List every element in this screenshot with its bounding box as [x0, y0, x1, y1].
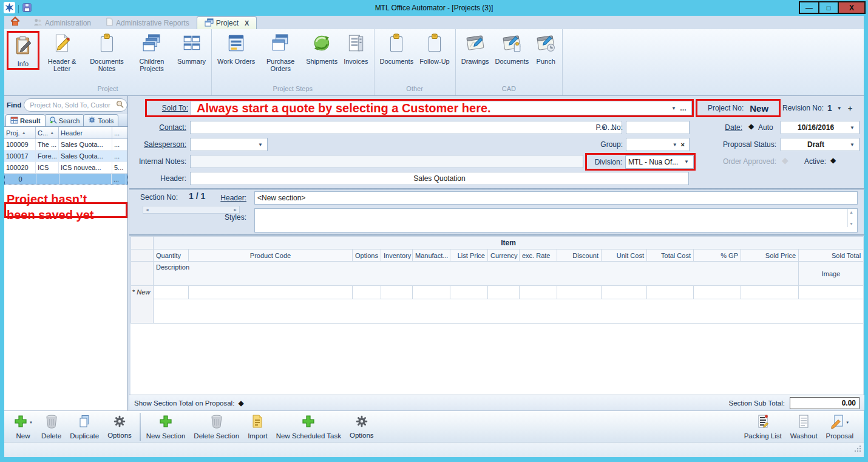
tab-administration[interactable]: Administration: [26, 16, 98, 29]
column-header-total-cost[interactable]: Total Cost: [647, 250, 694, 262]
scroll-right-icon[interactable]: ►: [233, 208, 237, 212]
section-options-button[interactable]: Options: [345, 413, 378, 440]
purchase-orders-button[interactable]: Purchase Orders: [258, 31, 303, 72]
column-header-list-price[interactable]: List Price: [450, 250, 488, 262]
result-row[interactable]: 100020 ICS ICS nouvea... 5...: [4, 162, 127, 174]
column-header-sold-price[interactable]: Sold Price: [741, 250, 799, 262]
grid-description-cell[interactable]: [154, 299, 864, 324]
tab-close-icon[interactable]: X: [245, 19, 249, 27]
spin-down-icon[interactable]: ▼: [849, 222, 853, 226]
proposal-status-select[interactable]: Draft ▼: [781, 138, 860, 151]
date-input[interactable]: 10/16/2016 ▼: [781, 121, 860, 134]
show-section-total-checkbox[interactable]: ◆: [238, 399, 243, 407]
delete-button[interactable]: Delete: [37, 413, 66, 441]
sold-to-input[interactable]: Always start a quote by selecting a Cust…: [191, 101, 692, 115]
contact-label[interactable]: Contact:: [129, 123, 186, 132]
contact-input[interactable]: ▼ …: [190, 121, 622, 134]
section-header-input[interactable]: <New section>: [254, 191, 858, 205]
column-header-inventory[interactable]: Inventory: [381, 250, 413, 262]
column-header-discount[interactable]: Discount: [557, 250, 602, 262]
column-header-gp[interactable]: % GP: [694, 250, 741, 262]
form-header-input[interactable]: Sales Quotation: [190, 172, 689, 185]
new-button[interactable]: ▼ New: [9, 413, 37, 441]
tab-tools[interactable]: Tools: [83, 114, 118, 126]
internal-notes-input[interactable]: [190, 155, 583, 168]
find-searchbox[interactable]: [24, 98, 127, 112]
salesperson-label[interactable]: Salesperson:: [129, 140, 186, 149]
drawings-button[interactable]: Drawings: [458, 31, 492, 65]
info-button[interactable]: Info: [9, 33, 37, 67]
date-auto-checkbox[interactable]: ◆: [748, 123, 754, 130]
chevron-down-icon[interactable]: ▼: [670, 106, 678, 111]
grid-cell[interactable]: [741, 286, 799, 299]
search-icon[interactable]: [116, 100, 124, 110]
clear-icon[interactable]: ×: [679, 141, 687, 148]
column-header-quantity[interactable]: Quantity: [154, 250, 189, 262]
proposal-button[interactable]: ▼ Proposal: [822, 413, 858, 441]
new-row-header[interactable]: * New: [131, 286, 154, 324]
packing-list-button[interactable]: Packing List: [740, 413, 786, 441]
grid-cell[interactable]: [413, 286, 450, 299]
order-approved-checkbox[interactable]: ◆: [782, 156, 788, 165]
column-header-unit-cost[interactable]: Unit Cost: [602, 250, 647, 262]
follow-up-button[interactable]: Follow-Up: [416, 31, 453, 65]
new-scheduled-task-button[interactable]: New Scheduled Task: [272, 413, 345, 441]
revision-dropdown-icon[interactable]: ▼: [836, 106, 843, 111]
chevron-down-icon[interactable]: ▼: [671, 142, 679, 148]
tab-search[interactable]: Search: [44, 114, 85, 126]
styles-spinner[interactable]: ▲ ▼: [847, 209, 855, 227]
section-header-label[interactable]: Header:: [205, 194, 246, 202]
grid-cell[interactable]: [799, 286, 864, 299]
tab-project[interactable]: Project X: [197, 16, 257, 29]
home-button[interactable]: [4, 16, 26, 29]
options-button[interactable]: Options: [103, 413, 136, 440]
salesperson-select[interactable]: ▼: [190, 138, 268, 151]
revision-add-button[interactable]: +: [847, 104, 854, 113]
chevron-down-icon[interactable]: ▼: [848, 142, 856, 148]
grid-cell[interactable]: [520, 286, 557, 299]
shipments-button[interactable]: Shipments: [303, 31, 341, 65]
children-projects-button[interactable]: Children Projects: [129, 31, 174, 72]
tab-administrative-reports[interactable]: Administrative Reports: [98, 16, 197, 29]
other-documents-button[interactable]: Documents: [377, 31, 417, 65]
date-label[interactable]: Date:: [713, 123, 742, 132]
punch-button[interactable]: Punch: [532, 31, 560, 65]
column-header-manufacturer[interactable]: Manufact...: [413, 250, 450, 262]
delete-section-button[interactable]: Delete Section: [189, 413, 243, 441]
grid-cell[interactable]: [154, 286, 189, 299]
grid-cell[interactable]: [450, 286, 488, 299]
close-button[interactable]: X: [838, 1, 866, 14]
column-header-options[interactable]: Options: [353, 250, 381, 262]
header-letter-button[interactable]: Header & Letter: [39, 31, 84, 72]
duplicate-button[interactable]: Duplicate: [66, 413, 103, 441]
section-sub-total-input[interactable]: 0.00: [790, 397, 860, 409]
find-search-input[interactable]: [30, 101, 116, 109]
scroll-left-icon[interactable]: ◄: [145, 208, 149, 212]
tab-result[interactable]: Result: [5, 114, 46, 126]
documents-notes-button[interactable]: Documents Notes: [84, 31, 129, 72]
ellipsis-button[interactable]: …: [678, 104, 689, 112]
import-button[interactable]: Import: [243, 413, 272, 441]
grid-cell[interactable]: [353, 286, 381, 299]
work-orders-button[interactable]: Work Orders: [214, 31, 258, 65]
chevron-down-icon[interactable]: ▼: [682, 159, 691, 165]
grid-cell[interactable]: [557, 286, 602, 299]
chevron-down-icon[interactable]: ▼: [29, 421, 33, 424]
washout-button[interactable]: Washout: [786, 413, 822, 441]
result-grid-header[interactable]: Proj.▲ C...▲ Header ...: [4, 127, 127, 139]
division-select[interactable]: MTL - Nua Of... ▼: [625, 155, 694, 169]
column-header-exc-rate[interactable]: exc. Rate: [520, 250, 557, 262]
grid-cell[interactable]: [488, 286, 520, 299]
grid-cell[interactable]: [647, 286, 694, 299]
chevron-down-icon[interactable]: ▼: [848, 125, 856, 131]
maximize-button[interactable]: □: [818, 1, 839, 14]
grid-cell[interactable]: [189, 286, 353, 299]
grid-cell[interactable]: [602, 286, 647, 299]
result-row[interactable]: 100017 Fore... Sales Quota... ...: [4, 151, 127, 162]
grid-cell[interactable]: [694, 286, 741, 299]
result-row[interactable]: 100009 The ... Sales Quota... ...: [4, 139, 127, 151]
summary-button[interactable]: Summary: [174, 31, 209, 65]
spin-up-icon[interactable]: ▲: [849, 210, 853, 214]
column-header-sold-total[interactable]: Sold Total: [799, 250, 864, 262]
active-checkbox[interactable]: ◆: [830, 157, 836, 164]
